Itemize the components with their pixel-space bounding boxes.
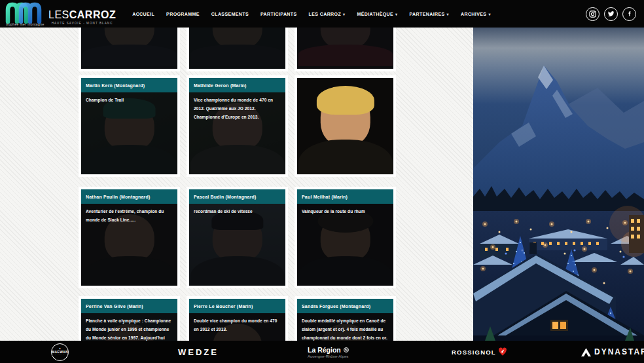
region-subtitle: Auvergne-Rhône-Alpes (308, 354, 348, 358)
participant-name: Paul Meilhat (Marin) (297, 189, 393, 204)
chevron-down-icon: ▾ (343, 12, 345, 16)
participant-card-cut[interactable] (79, 28, 180, 71)
instagram-icon (589, 10, 596, 18)
page: trophée mer montagne LESCARROZ HAUTE SAV… (0, 0, 644, 363)
chevron-down-icon: ▾ (488, 12, 490, 16)
facebook-icon (626, 10, 633, 17)
participant-photo: recordman de ski de vitesse (189, 204, 285, 286)
participant-card-hovered[interactable] (295, 75, 396, 177)
participant-card-mathilde-geron[interactable]: Mathilde Geron (Marin) Vice championne d… (187, 75, 288, 177)
participant-name: Pascal Budin (Montagnard) (189, 189, 285, 204)
chevron-down-icon: ▾ (447, 12, 449, 16)
participant-card-paul-meilhat[interactable]: Paul Meilhat (Marin) Vainqueur de la rou… (295, 187, 396, 288)
sponsor-rossignol[interactable]: ROSSIGNOL (452, 341, 507, 363)
nav-item-programme[interactable]: PROGRAMME (160, 0, 206, 28)
participant-card-martin-kern[interactable]: Martin Kern (Montagnard) Champion de Tra… (79, 75, 180, 177)
participant-photo (81, 28, 177, 69)
participant-photo: Vainqueur de la route du rhum (297, 204, 393, 286)
brand-tagline: trophée mer montagne (6, 22, 45, 26)
brand-logo[interactable]: trophée mer montagne LESCARROZ HAUTE SAV… (5, 1, 116, 26)
facebook-link[interactable] (622, 7, 636, 21)
photo-overlay (81, 28, 177, 69)
nav-item-partenaires[interactable]: PARTENAIRES▾ (404, 0, 455, 28)
nav-item-label: PARTENAIRES (410, 12, 445, 16)
participant-name: Nathan Paulin (Montagnard) (81, 189, 177, 204)
mm-monogram-icon: trophée mer montagne (5, 1, 42, 26)
dynastar-triangle-icon (581, 348, 591, 356)
participant-name: Pierre Le Boucher (Marin) (189, 299, 285, 313)
sponsor-wedze[interactable]: WEDZE (178, 341, 219, 363)
participant-card-cut[interactable] (187, 28, 288, 71)
region-logo-icon (344, 347, 349, 353)
participant-photo: Champion de Trail (81, 92, 177, 174)
participant-name: Martin Kern (Montagnard) (81, 78, 177, 92)
participant-photo (297, 78, 393, 174)
nav-item-participants[interactable]: PARTICIPANTS (255, 0, 303, 28)
nav-item-label: LES CARROZ (309, 12, 342, 16)
nav-menu: ACCUEIL PROGRAMME CLASSEMENTS PARTICIPAN… (126, 0, 497, 28)
participant-description: recordman de ski de vitesse (189, 204, 285, 219)
region-title: La Région (308, 346, 341, 354)
participant-card-pascal-budin[interactable]: Pascal Budin (Montagnard) recordman de s… (187, 187, 288, 288)
footer-sponsor-bar: ▲ MAEWAN · ··· · WEDZE La Région Auvergn… (0, 341, 644, 363)
nav-item-label: ARCHIVES (461, 12, 486, 16)
wedze-label: WEDZE (178, 347, 219, 357)
social-links (586, 0, 636, 28)
participant-description: Champion de Trail (81, 92, 177, 107)
nav-item-label: CLASSEMENTS (211, 12, 249, 16)
nav-item-les-carroz[interactable]: LES CARROZ▾ (303, 0, 351, 28)
participant-photo (189, 28, 285, 69)
participant-description: Double vice champion du monde en 470 en … (189, 313, 285, 337)
twitter-icon (607, 10, 615, 18)
sponsor-dynastar[interactable]: DYNASTAR (581, 341, 644, 363)
nav-item-archives[interactable]: ARCHIVES▾ (455, 0, 497, 28)
participant-description: Vice championne du monde de 470 en 2012.… (189, 92, 285, 124)
participant-description: Aventurier de l'extrême, champion du mon… (81, 204, 177, 227)
brand-text: LESCARROZ HAUTE SAVOIE - MONT BLANC (48, 10, 116, 25)
instagram-link[interactable] (586, 7, 599, 21)
participant-card-cut[interactable] (295, 28, 396, 71)
nav-item-label: PARTICIPANTS (260, 12, 297, 16)
participant-card-nathan-paulin[interactable]: Nathan Paulin (Montagnard) Aventurier de… (79, 187, 180, 288)
brand-name-light: LES (48, 9, 69, 20)
brand-name-bold: CARROZ (69, 9, 116, 20)
maewan-badge-icon: ▲ MAEWAN · ··· · (51, 343, 69, 361)
participant-description: Vainqueur de la route du rhum (297, 204, 393, 219)
portrait-shoulders (298, 140, 392, 174)
participant-name: Sandra Forgues (Montagnard) (297, 299, 393, 313)
photo-overlay (297, 28, 393, 69)
dynastar-label: DYNASTAR (594, 347, 644, 356)
twitter-link[interactable] (604, 7, 618, 21)
blond-hair (316, 86, 374, 115)
participant-photo: Vice championne du monde de 470 en 2012.… (189, 92, 285, 174)
brand-name: LESCARROZ (48, 10, 116, 20)
rossignol-label: ROSSIGNOL (452, 349, 496, 356)
participant-photo: Aventurier de l'extrême, champion du mon… (81, 204, 177, 286)
photo-overlay (189, 28, 285, 69)
sponsor-maewan[interactable]: ▲ MAEWAN · ··· · (51, 341, 69, 363)
brand-subtitle: HAUTE SAVOIE - MONT BLANC (48, 22, 116, 25)
navbar: trophée mer montagne LESCARROZ HAUTE SAV… (0, 0, 644, 28)
nav-item-accueil[interactable]: ACCUEIL (126, 0, 160, 28)
participant-name: Perrine Van Gilve (Marin) (81, 299, 177, 313)
maewan-dots: · ··· · (55, 354, 65, 356)
nav-item-label: ACCUEIL (132, 12, 154, 16)
rossignol-rooster-icon (498, 347, 507, 356)
participant-photo (297, 28, 393, 69)
nav-item-label: MÉDIATHÈQUE (357, 12, 393, 16)
participant-name: Mathilde Geron (Marin) (189, 78, 285, 92)
chevron-down-icon: ▾ (395, 12, 397, 16)
nav-item-mediatheque[interactable]: MÉDIATHÈQUE▾ (351, 0, 403, 28)
nav-item-classements[interactable]: CLASSEMENTS (206, 0, 255, 28)
resort-night-photo (473, 28, 644, 341)
nav-item-label: PROGRAMME (166, 12, 200, 16)
sponsor-la-region[interactable]: La Région Auvergne-Rhône-Alpes (308, 341, 349, 363)
